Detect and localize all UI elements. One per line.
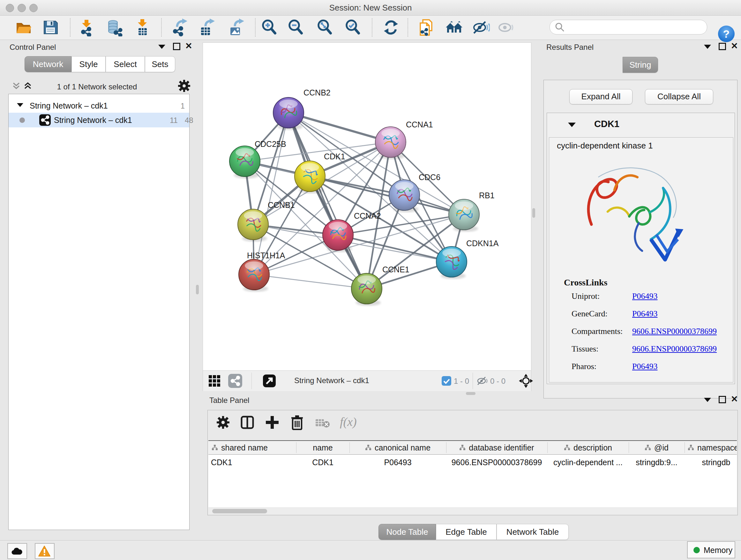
show-columns-icon[interactable]	[240, 415, 254, 429]
results-panel-float-icon[interactable]	[719, 43, 726, 50]
table-hscrollbar[interactable]	[208, 508, 737, 514]
tab-style[interactable]: Style	[71, 56, 106, 72]
tab-string[interactable]: String	[623, 57, 658, 73]
tab-select[interactable]: Select	[106, 56, 145, 72]
network-collection-row[interactable]: String Network – cdk1 1	[9, 99, 189, 113]
warning-icon	[38, 545, 51, 557]
export-table-icon[interactable]	[198, 18, 216, 37]
table-cell[interactable]: CDK1	[208, 455, 299, 470]
export-network-icon[interactable]	[171, 18, 189, 37]
show-all-icon[interactable]	[497, 18, 515, 37]
crosslink-link[interactable]: P06493	[632, 292, 657, 301]
network-node-CDK1[interactable]	[294, 161, 325, 193]
new-network-from-selection-icon[interactable]	[418, 18, 435, 37]
table-panel-menu-icon[interactable]	[704, 398, 711, 402]
table-cell[interactable]: P06493	[349, 455, 446, 470]
network-node-RB1[interactable]	[449, 199, 479, 232]
table-cell[interactable]: stringdb	[684, 455, 737, 470]
import-table-icon[interactable]	[133, 18, 151, 37]
tab-edge-table[interactable]: Edge Table	[436, 524, 496, 540]
table-panel-float-icon[interactable]	[719, 396, 726, 403]
help-button[interactable]: ?	[718, 25, 735, 42]
column-resize-handle[interactable]	[684, 442, 685, 453]
network-node-CDKN1A[interactable]	[436, 246, 467, 279]
column-header--id[interactable]: @id	[629, 441, 684, 454]
zoom-fit-icon[interactable]	[316, 18, 333, 37]
apply-layout-icon[interactable]	[382, 18, 400, 37]
table-cell[interactable]: stringdb:9...	[629, 455, 684, 470]
save-session-icon[interactable]	[42, 18, 59, 37]
results-panel-close-icon[interactable]: ✕	[731, 43, 738, 49]
results-panel-menu-icon[interactable]	[704, 45, 711, 49]
pan-crosshair-icon[interactable]	[519, 374, 533, 388]
network-node-HIST1H1A[interactable]	[239, 259, 269, 292]
hidden-eye-icon[interactable]	[477, 376, 489, 386]
table-panel-close-icon[interactable]: ✕	[731, 396, 738, 402]
hide-selected-icon[interactable]	[472, 18, 490, 37]
crosslink-link[interactable]: P06493	[632, 362, 657, 371]
network-options-gear-icon[interactable]	[178, 79, 191, 92]
network-graph[interactable]: CCNB2CCNA1CDC25BCDK1CDC6RB1CCNB1CCNA2CDK…	[203, 43, 531, 370]
selected-nodes-checkbox-icon[interactable]	[442, 376, 451, 386]
column-header-canonical-name[interactable]: canonical name	[349, 441, 446, 454]
crosslink-link[interactable]: 9606.ENSP00000378699	[632, 327, 717, 336]
column-header-description[interactable]: description	[547, 441, 629, 454]
panel-drag-handle[interactable]	[532, 208, 535, 218]
table-cell[interactable]: CDK1	[296, 455, 349, 470]
column-resize-handle[interactable]	[349, 442, 350, 453]
birdseye-toggle-icon[interactable]	[263, 374, 276, 387]
column-header-namespace[interactable]: namespace	[684, 441, 737, 454]
column-header-name[interactable]: name	[296, 441, 349, 454]
table-cell[interactable]: cyclin-dependent ...	[547, 455, 629, 470]
network-node-CCNE1[interactable]	[351, 273, 382, 306]
zoom-selected-icon[interactable]	[344, 18, 361, 37]
delete-column-icon[interactable]	[290, 415, 304, 430]
network-share-toggle-icon[interactable]	[228, 374, 242, 388]
add-column-icon[interactable]	[265, 415, 279, 429]
column-resize-handle[interactable]	[446, 442, 447, 453]
zoom-in-icon[interactable]	[260, 18, 278, 37]
network-row-selected[interactable]: String Network – cdk1 11 48	[9, 113, 189, 127]
column-resize-handle[interactable]	[547, 442, 548, 453]
table-options-gear-icon[interactable]	[216, 415, 230, 429]
protein-section: CDK1 cyclin-dependent kinase 1	[547, 113, 735, 384]
tab-network-table[interactable]: Network Table	[496, 524, 569, 540]
search-input[interactable]	[566, 21, 702, 33]
tab-network[interactable]: Network	[24, 56, 71, 72]
import-network-icon[interactable]	[77, 18, 95, 37]
control-panel-float-icon[interactable]	[173, 43, 180, 50]
network-view[interactable]: CCNB2CCNA1CDC25BCDK1CDC6RB1CCNB1CCNA2CDK…	[203, 43, 531, 391]
network-node-CCNA1[interactable]	[375, 127, 406, 159]
column-resize-handle[interactable]	[629, 442, 629, 453]
protein-section-expander-icon[interactable]	[568, 123, 576, 127]
panel-drag-handle[interactable]	[196, 285, 199, 294]
crosslink-link[interactable]: P06493	[632, 309, 657, 319]
warnings-button[interactable]	[35, 543, 55, 559]
crosslink-label: Compartments:	[571, 327, 623, 336]
cloud-button[interactable]	[7, 543, 27, 559]
open-session-icon[interactable]	[15, 18, 32, 37]
export-image-icon[interactable]	[227, 18, 245, 37]
import-network-database-icon[interactable]	[105, 18, 123, 37]
table-cell-value: cyclin-dependent ...	[553, 458, 623, 467]
hscrollbar-thumb[interactable]	[212, 509, 267, 513]
memory-button[interactable]: Memory	[687, 541, 735, 558]
table-cell[interactable]: 9606.ENSP00000378699	[446, 455, 547, 470]
control-panel-close-icon[interactable]: ✕	[185, 43, 192, 49]
network-node-CDC6[interactable]	[389, 180, 420, 212]
network-node-CDC25B[interactable]	[229, 146, 260, 179]
column-header-shared-name[interactable]: shared name	[208, 441, 299, 454]
tab-sets[interactable]: Sets	[145, 56, 175, 72]
expand-all-button[interactable]: Expand All	[569, 89, 632, 105]
collection-expander-icon[interactable]	[17, 103, 23, 107]
zoom-out-icon[interactable]	[286, 18, 305, 37]
first-neighbors-icon[interactable]	[445, 18, 463, 37]
crosslink-link[interactable]: 9606.ENSP00000378699	[632, 344, 717, 354]
tab-node-table[interactable]: Node Table	[379, 524, 436, 540]
column-resize-handle[interactable]	[296, 442, 296, 453]
control-panel-menu-icon[interactable]	[158, 45, 165, 49]
grid-view-icon[interactable]	[209, 375, 222, 387]
column-header-database-identifier[interactable]: database identifier	[446, 441, 547, 454]
network-node-CCNB1[interactable]	[238, 209, 268, 242]
collapse-all-button[interactable]: Collapse All	[645, 89, 713, 105]
